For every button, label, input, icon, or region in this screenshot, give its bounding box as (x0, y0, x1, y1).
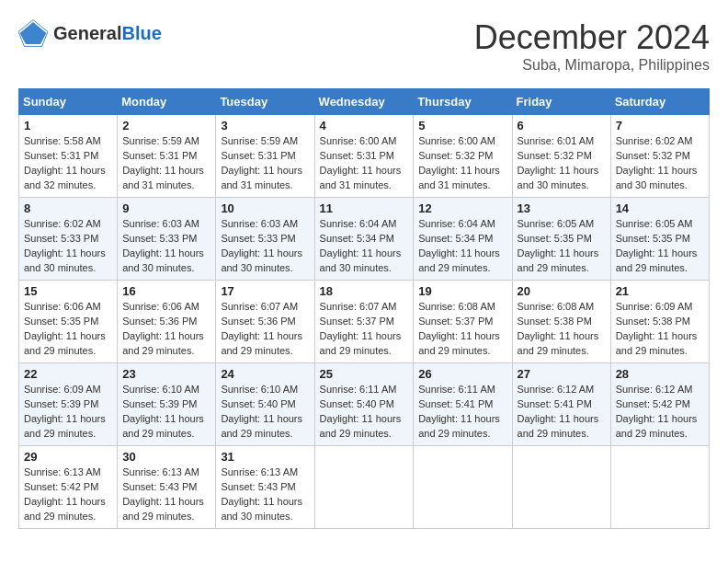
day-info: Sunrise: 6:13 AM Sunset: 5:43 PM Dayligh… (221, 465, 309, 524)
calendar-cell: 12 Sunrise: 6:04 AM Sunset: 5:34 PM Dayl… (414, 198, 512, 281)
logo-icon (18, 18, 48, 48)
logo: GeneralBlue (18, 18, 162, 48)
sunrise-label: Sunrise: 6:10 AM (221, 384, 298, 395)
daylight-label: Daylight: 11 hours (320, 413, 402, 424)
calendar-cell: 2 Sunrise: 5:59 AM Sunset: 5:31 PM Dayli… (118, 115, 216, 198)
day-number: 8 (24, 201, 112, 215)
day-number: 10 (221, 201, 309, 215)
sunrise-label: Sunrise: 5:58 AM (24, 135, 101, 146)
daylight-minutes: and 29 minutes. (418, 262, 490, 273)
day-number: 6 (518, 119, 606, 132)
sunset-label: Sunset: 5:35 PM (518, 233, 592, 244)
day-info: Sunrise: 6:13 AM Sunset: 5:43 PM Dayligh… (122, 465, 210, 524)
sunrise-label: Sunrise: 6:02 AM (24, 218, 101, 229)
daylight-minutes: and 29 minutes. (518, 428, 589, 439)
day-info: Sunrise: 6:02 AM Sunset: 5:33 PM Dayligh… (24, 217, 112, 276)
daylight-minutes: and 29 minutes. (616, 345, 688, 356)
daylight-minutes: and 31 minutes. (221, 179, 292, 190)
daylight-label: Daylight: 11 hours (24, 247, 106, 259)
sunset-label: Sunset: 5:36 PM (122, 316, 197, 327)
sunset-label: Sunset: 5:41 PM (418, 398, 493, 409)
calendar-cell: 8 Sunrise: 6:02 AM Sunset: 5:33 PM Dayli… (19, 198, 118, 281)
calendar-cell (610, 446, 709, 529)
header-thursday: Thursday (414, 89, 512, 115)
calendar-cell: 25 Sunrise: 6:11 AM Sunset: 5:40 PM Dayl… (314, 363, 414, 446)
calendar-cell: 21 Sunrise: 6:09 AM Sunset: 5:38 PM Dayl… (610, 281, 709, 363)
sunrise-label: Sunrise: 6:09 AM (616, 301, 693, 312)
day-number: 23 (122, 367, 210, 381)
day-number: 11 (320, 201, 409, 215)
day-number: 26 (418, 367, 506, 381)
day-info: Sunrise: 6:12 AM Sunset: 5:42 PM Dayligh… (616, 383, 704, 442)
daylight-label: Daylight: 11 hours (221, 496, 302, 507)
daylight-minutes: and 29 minutes. (518, 262, 589, 273)
sunset-label: Sunset: 5:41 PM (518, 398, 592, 409)
calendar-cell: 17 Sunrise: 6:07 AM Sunset: 5:36 PM Dayl… (216, 281, 314, 363)
daylight-label: Daylight: 11 hours (418, 413, 500, 424)
sunrise-label: Sunrise: 6:09 AM (24, 384, 101, 395)
daylight-minutes: and 29 minutes. (221, 345, 292, 356)
daylight-label: Daylight: 11 hours (221, 330, 302, 341)
sunset-label: Sunset: 5:34 PM (418, 233, 493, 244)
calendar-cell: 30 Sunrise: 6:13 AM Sunset: 5:43 PM Dayl… (118, 446, 216, 529)
day-number: 14 (616, 201, 704, 215)
day-number: 17 (221, 284, 309, 298)
calendar-cell: 11 Sunrise: 6:04 AM Sunset: 5:34 PM Dayl… (314, 198, 414, 281)
sunset-label: Sunset: 5:37 PM (320, 316, 394, 327)
daylight-label: Daylight: 11 hours (616, 330, 698, 341)
daylight-minutes: and 32 minutes. (24, 179, 96, 190)
sunrise-label: Sunrise: 6:03 AM (221, 218, 298, 229)
day-info: Sunrise: 6:02 AM Sunset: 5:32 PM Dayligh… (616, 134, 704, 193)
week-row-5: 29 Sunrise: 6:13 AM Sunset: 5:42 PM Dayl… (19, 446, 710, 529)
daylight-minutes: and 29 minutes. (122, 511, 194, 522)
daylight-minutes: and 29 minutes. (320, 345, 392, 356)
daylight-label: Daylight: 11 hours (122, 496, 204, 507)
day-number: 28 (616, 367, 704, 381)
daylight-minutes: and 30 minutes. (122, 262, 194, 273)
daylight-label: Daylight: 11 hours (320, 330, 402, 341)
sunset-label: Sunset: 5:37 PM (418, 316, 493, 327)
location-title: Suba, Mimaropa, Philippines (474, 57, 710, 74)
sunrise-label: Sunrise: 6:03 AM (122, 218, 199, 229)
sunrise-label: Sunrise: 5:59 AM (221, 135, 298, 146)
week-row-2: 8 Sunrise: 6:02 AM Sunset: 5:33 PM Dayli… (19, 198, 710, 281)
sunrise-label: Sunrise: 6:04 AM (418, 218, 495, 229)
daylight-minutes: and 29 minutes. (24, 345, 96, 356)
sunrise-label: Sunrise: 5:59 AM (122, 135, 199, 146)
daylight-minutes: and 29 minutes. (616, 428, 688, 439)
sunrise-label: Sunrise: 6:11 AM (418, 384, 495, 395)
daylight-minutes: and 29 minutes. (122, 428, 194, 439)
title-area: December 2024 Suba, Mimaropa, Philippine… (474, 18, 710, 74)
day-number: 3 (221, 119, 309, 132)
weekday-header-row: Sunday Monday Tuesday Wednesday Thursday… (19, 89, 710, 115)
daylight-label: Daylight: 11 hours (518, 413, 599, 424)
week-row-3: 15 Sunrise: 6:06 AM Sunset: 5:35 PM Dayl… (19, 281, 710, 363)
sunrise-label: Sunrise: 6:02 AM (616, 135, 693, 146)
day-number: 16 (122, 284, 210, 298)
calendar-cell: 29 Sunrise: 6:13 AM Sunset: 5:42 PM Dayl… (19, 446, 118, 529)
calendar-cell: 18 Sunrise: 6:07 AM Sunset: 5:37 PM Dayl… (314, 281, 414, 363)
daylight-label: Daylight: 11 hours (221, 165, 302, 176)
sunset-label: Sunset: 5:31 PM (122, 150, 197, 161)
day-info: Sunrise: 6:05 AM Sunset: 5:35 PM Dayligh… (616, 217, 704, 276)
day-info: Sunrise: 6:05 AM Sunset: 5:35 PM Dayligh… (518, 217, 606, 276)
sunset-label: Sunset: 5:39 PM (122, 398, 197, 409)
day-number: 22 (24, 367, 112, 381)
sunrise-label: Sunrise: 6:12 AM (518, 384, 595, 395)
day-info: Sunrise: 6:03 AM Sunset: 5:33 PM Dayligh… (122, 217, 210, 276)
daylight-minutes: and 30 minutes. (221, 511, 292, 522)
header-monday: Monday (118, 89, 216, 115)
calendar-cell: 31 Sunrise: 6:13 AM Sunset: 5:43 PM Dayl… (216, 446, 314, 529)
day-info: Sunrise: 6:04 AM Sunset: 5:34 PM Dayligh… (418, 217, 506, 276)
day-info: Sunrise: 6:01 AM Sunset: 5:32 PM Dayligh… (518, 134, 606, 193)
day-info: Sunrise: 6:11 AM Sunset: 5:41 PM Dayligh… (418, 383, 506, 442)
day-number: 29 (24, 450, 112, 464)
day-number: 31 (221, 450, 309, 464)
day-number: 19 (418, 284, 506, 298)
day-info: Sunrise: 6:06 AM Sunset: 5:36 PM Dayligh… (122, 300, 210, 359)
calendar-cell: 7 Sunrise: 6:02 AM Sunset: 5:32 PM Dayli… (610, 115, 709, 198)
daylight-minutes: and 29 minutes. (616, 262, 688, 273)
daylight-label: Daylight: 11 hours (24, 330, 106, 341)
daylight-label: Daylight: 11 hours (320, 165, 402, 176)
day-number: 9 (122, 201, 210, 215)
